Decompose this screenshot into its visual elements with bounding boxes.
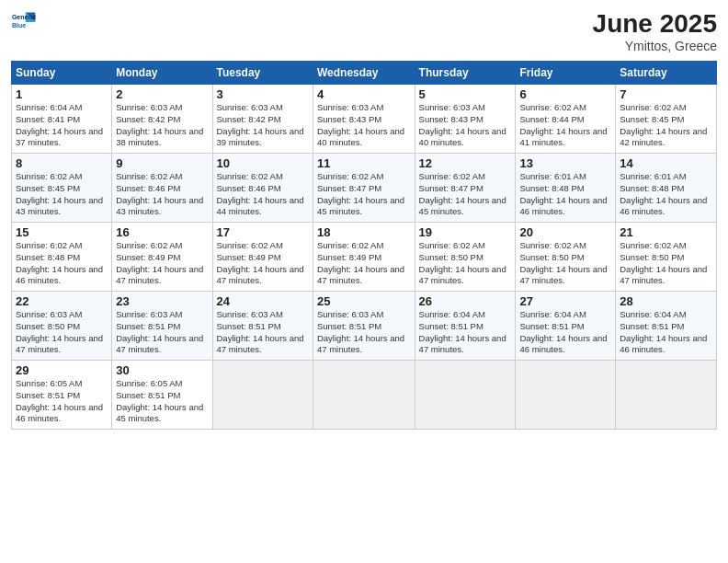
day-info: Sunrise: 6:03 AM Sunset: 8:51 PM Dayligh… bbox=[217, 309, 309, 356]
day-info: Sunrise: 6:04 AM Sunset: 8:51 PM Dayligh… bbox=[519, 309, 611, 356]
day-cell: 10 Sunrise: 6:02 AM Sunset: 8:46 PM Dayl… bbox=[212, 154, 313, 223]
day-cell: 17 Sunrise: 6:02 AM Sunset: 8:49 PM Dayl… bbox=[212, 223, 313, 292]
day-info: Sunrise: 6:03 AM Sunset: 8:42 PM Dayligh… bbox=[217, 102, 309, 149]
day-cell bbox=[212, 361, 313, 430]
day-number: 5 bbox=[419, 87, 512, 101]
week-row-1: 1 Sunrise: 6:04 AM Sunset: 8:41 PM Dayli… bbox=[12, 85, 717, 154]
day-info: Sunrise: 6:03 AM Sunset: 8:43 PM Dayligh… bbox=[419, 102, 512, 149]
day-info: Sunrise: 6:03 AM Sunset: 8:43 PM Dayligh… bbox=[317, 102, 411, 149]
day-number: 10 bbox=[217, 156, 309, 170]
day-number: 26 bbox=[419, 294, 512, 308]
day-cell: 4 Sunrise: 6:03 AM Sunset: 8:43 PM Dayli… bbox=[313, 85, 415, 154]
day-number: 12 bbox=[419, 156, 512, 170]
day-info: Sunrise: 6:02 AM Sunset: 8:46 PM Dayligh… bbox=[116, 171, 208, 218]
day-info: Sunrise: 6:02 AM Sunset: 8:50 PM Dayligh… bbox=[620, 240, 712, 287]
day-cell: 9 Sunrise: 6:02 AM Sunset: 8:46 PM Dayli… bbox=[112, 154, 212, 223]
page-container: General Blue June 2025 Ymittos, Greece S… bbox=[0, 0, 728, 563]
day-number: 28 bbox=[620, 294, 712, 308]
col-thursday: Thursday bbox=[415, 62, 516, 85]
day-cell: 15 Sunrise: 6:02 AM Sunset: 8:48 PM Dayl… bbox=[12, 223, 112, 292]
day-cell: 22 Sunrise: 6:03 AM Sunset: 8:50 PM Dayl… bbox=[12, 292, 112, 361]
week-row-2: 8 Sunrise: 6:02 AM Sunset: 8:45 PM Dayli… bbox=[12, 154, 717, 223]
col-wednesday: Wednesday bbox=[313, 62, 415, 85]
day-info: Sunrise: 6:02 AM Sunset: 8:45 PM Dayligh… bbox=[16, 171, 108, 218]
day-number: 20 bbox=[519, 225, 611, 239]
day-info: Sunrise: 6:05 AM Sunset: 8:51 PM Dayligh… bbox=[16, 378, 108, 425]
day-number: 16 bbox=[116, 225, 208, 239]
day-info: Sunrise: 6:02 AM Sunset: 8:50 PM Dayligh… bbox=[419, 240, 512, 287]
day-info: Sunrise: 6:02 AM Sunset: 8:48 PM Dayligh… bbox=[16, 240, 108, 287]
logo: General Blue bbox=[11, 9, 37, 35]
day-cell: 7 Sunrise: 6:02 AM Sunset: 8:45 PM Dayli… bbox=[616, 85, 717, 154]
day-number: 3 bbox=[217, 87, 309, 101]
header-row: Sunday Monday Tuesday Wednesday Thursday… bbox=[12, 62, 717, 85]
day-info: Sunrise: 6:04 AM Sunset: 8:51 PM Dayligh… bbox=[419, 309, 512, 356]
day-info: Sunrise: 6:03 AM Sunset: 8:42 PM Dayligh… bbox=[116, 102, 208, 149]
col-monday: Monday bbox=[112, 62, 212, 85]
calendar-table: Sunday Monday Tuesday Wednesday Thursday… bbox=[11, 61, 717, 430]
day-number: 13 bbox=[519, 156, 611, 170]
logo-icon: General Blue bbox=[11, 9, 37, 35]
col-tuesday: Tuesday bbox=[212, 62, 313, 85]
day-number: 24 bbox=[217, 294, 309, 308]
title-block: June 2025 Ymittos, Greece bbox=[593, 9, 717, 53]
day-number: 8 bbox=[16, 156, 108, 170]
day-cell: 23 Sunrise: 6:03 AM Sunset: 8:51 PM Dayl… bbox=[112, 292, 212, 361]
day-cell bbox=[415, 361, 516, 430]
day-number: 7 bbox=[620, 87, 712, 101]
day-number: 29 bbox=[16, 363, 108, 377]
day-cell: 11 Sunrise: 6:02 AM Sunset: 8:47 PM Dayl… bbox=[313, 154, 415, 223]
day-info: Sunrise: 6:04 AM Sunset: 8:41 PM Dayligh… bbox=[16, 102, 108, 149]
day-info: Sunrise: 6:03 AM Sunset: 8:50 PM Dayligh… bbox=[16, 309, 108, 356]
col-sunday: Sunday bbox=[12, 62, 112, 85]
col-saturday: Saturday bbox=[616, 62, 717, 85]
day-cell: 12 Sunrise: 6:02 AM Sunset: 8:47 PM Dayl… bbox=[415, 154, 516, 223]
day-info: Sunrise: 6:03 AM Sunset: 8:51 PM Dayligh… bbox=[116, 309, 208, 356]
day-number: 23 bbox=[116, 294, 208, 308]
day-info: Sunrise: 6:01 AM Sunset: 8:48 PM Dayligh… bbox=[620, 171, 712, 218]
day-info: Sunrise: 6:04 AM Sunset: 8:51 PM Dayligh… bbox=[620, 309, 712, 356]
day-number: 30 bbox=[116, 363, 208, 377]
col-friday: Friday bbox=[516, 62, 616, 85]
day-cell bbox=[313, 361, 415, 430]
day-info: Sunrise: 6:01 AM Sunset: 8:48 PM Dayligh… bbox=[519, 171, 611, 218]
day-cell bbox=[616, 361, 717, 430]
day-number: 14 bbox=[620, 156, 712, 170]
svg-text:Blue: Blue bbox=[12, 22, 26, 29]
day-cell: 30 Sunrise: 6:05 AM Sunset: 8:51 PM Dayl… bbox=[112, 361, 212, 430]
location: Ymittos, Greece bbox=[593, 39, 717, 53]
day-number: 17 bbox=[217, 225, 309, 239]
day-cell: 29 Sunrise: 6:05 AM Sunset: 8:51 PM Dayl… bbox=[12, 361, 112, 430]
day-cell: 6 Sunrise: 6:02 AM Sunset: 8:44 PM Dayli… bbox=[516, 85, 616, 154]
day-cell: 28 Sunrise: 6:04 AM Sunset: 8:51 PM Dayl… bbox=[616, 292, 717, 361]
day-number: 4 bbox=[317, 87, 411, 101]
day-info: Sunrise: 6:05 AM Sunset: 8:51 PM Dayligh… bbox=[116, 378, 208, 425]
day-cell: 5 Sunrise: 6:03 AM Sunset: 8:43 PM Dayli… bbox=[415, 85, 516, 154]
header: General Blue June 2025 Ymittos, Greece bbox=[11, 9, 717, 53]
day-cell: 16 Sunrise: 6:02 AM Sunset: 8:49 PM Dayl… bbox=[112, 223, 212, 292]
day-number: 22 bbox=[16, 294, 108, 308]
day-cell: 24 Sunrise: 6:03 AM Sunset: 8:51 PM Dayl… bbox=[212, 292, 313, 361]
svg-text:General: General bbox=[12, 14, 36, 20]
day-cell: 20 Sunrise: 6:02 AM Sunset: 8:50 PM Dayl… bbox=[516, 223, 616, 292]
day-info: Sunrise: 6:02 AM Sunset: 8:49 PM Dayligh… bbox=[317, 240, 411, 287]
day-cell: 27 Sunrise: 6:04 AM Sunset: 8:51 PM Dayl… bbox=[516, 292, 616, 361]
day-number: 6 bbox=[519, 87, 611, 101]
day-cell: 21 Sunrise: 6:02 AM Sunset: 8:50 PM Dayl… bbox=[616, 223, 717, 292]
day-number: 9 bbox=[116, 156, 208, 170]
day-cell: 14 Sunrise: 6:01 AM Sunset: 8:48 PM Dayl… bbox=[616, 154, 717, 223]
day-info: Sunrise: 6:02 AM Sunset: 8:50 PM Dayligh… bbox=[519, 240, 611, 287]
day-cell: 2 Sunrise: 6:03 AM Sunset: 8:42 PM Dayli… bbox=[112, 85, 212, 154]
day-number: 1 bbox=[16, 87, 108, 101]
day-info: Sunrise: 6:03 AM Sunset: 8:51 PM Dayligh… bbox=[317, 309, 411, 356]
week-row-3: 15 Sunrise: 6:02 AM Sunset: 8:48 PM Dayl… bbox=[12, 223, 717, 292]
day-info: Sunrise: 6:02 AM Sunset: 8:44 PM Dayligh… bbox=[519, 102, 611, 149]
day-info: Sunrise: 6:02 AM Sunset: 8:45 PM Dayligh… bbox=[620, 102, 712, 149]
day-number: 2 bbox=[116, 87, 208, 101]
day-cell: 1 Sunrise: 6:04 AM Sunset: 8:41 PM Dayli… bbox=[12, 85, 112, 154]
day-cell bbox=[516, 361, 616, 430]
week-row-5: 29 Sunrise: 6:05 AM Sunset: 8:51 PM Dayl… bbox=[12, 361, 717, 430]
day-cell: 25 Sunrise: 6:03 AM Sunset: 8:51 PM Dayl… bbox=[313, 292, 415, 361]
day-cell: 26 Sunrise: 6:04 AM Sunset: 8:51 PM Dayl… bbox=[415, 292, 516, 361]
day-cell: 13 Sunrise: 6:01 AM Sunset: 8:48 PM Dayl… bbox=[516, 154, 616, 223]
